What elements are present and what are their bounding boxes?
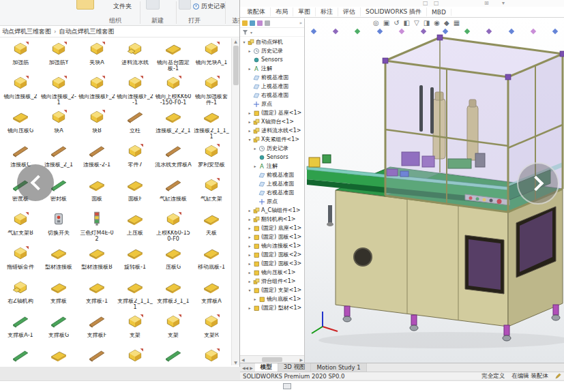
scroll-down-icon[interactable]: ▼ bbox=[234, 359, 237, 365]
tree-item[interactable]: ▸(固定) 基座<1> bbox=[240, 108, 304, 117]
file-item[interactable]: 镜向连接板F_2-1 bbox=[116, 72, 154, 106]
file-item[interactable]: 支撑板F bbox=[78, 311, 116, 345]
file-item[interactable]: 支架 bbox=[116, 311, 154, 345]
zoom-fit-icon[interactable]: ◎ bbox=[373, 19, 379, 27]
expand-arrow-icon[interactable]: ▸ bbox=[248, 270, 252, 275]
file-item[interactable]: 面板 bbox=[78, 175, 116, 209]
hscroll-left-icon[interactable]: ◀ bbox=[241, 357, 245, 362]
edit-appearance-icon[interactable]: ◆ bbox=[444, 19, 449, 27]
window-icon[interactable] bbox=[283, 383, 291, 389]
tree-item[interactable]: Sensors bbox=[240, 55, 304, 64]
file-item[interactable]: 连接件 bbox=[78, 345, 116, 367]
file-item[interactable]: 镜向连接板_2 bbox=[1, 72, 40, 106]
annotation-marker-icon[interactable] bbox=[486, 29, 492, 34]
annotation-marker-icon[interactable] bbox=[376, 29, 382, 34]
file-item[interactable]: 支撑板A bbox=[192, 277, 231, 311]
tree-item[interactable]: ▾自动点焊机 bbox=[240, 37, 304, 46]
file-item[interactable]: 块B bbox=[78, 106, 116, 140]
file-item[interactable]: 移动底板-1 bbox=[192, 243, 231, 277]
tree-item[interactable]: ▸历史记录 bbox=[240, 144, 304, 153]
tree-item[interactable]: 上视基准面 bbox=[240, 179, 304, 188]
file-item[interactable]: 拖链钣金件 bbox=[1, 243, 40, 277]
expand-arrow-icon[interactable]: ▾ bbox=[242, 40, 246, 44]
collapse-ribbon-icon[interactable]: ▾ bbox=[502, 0, 505, 7]
expand-arrow-icon[interactable]: ▸ bbox=[248, 66, 252, 71]
hscroll-thumb[interactable] bbox=[262, 357, 282, 362]
tree-item[interactable]: ▸镜向压板<1> bbox=[240, 268, 304, 277]
view-settings-icon[interactable]: ▦ bbox=[454, 19, 460, 27]
annotation-marker-icon[interactable] bbox=[311, 29, 316, 34]
file-item[interactable]: 镜向光块A_1 bbox=[192, 38, 231, 72]
annotation-marker-icon[interactable] bbox=[530, 29, 535, 34]
new-folder-button[interactable]: 文件夹 bbox=[113, 2, 132, 11]
file-item[interactable]: 气缸连接板 bbox=[154, 175, 192, 209]
file-item[interactable]: 连接板-2-1 bbox=[78, 140, 116, 175]
ribbon-tab[interactable]: 装配体 bbox=[242, 7, 271, 16]
expand-arrow-icon[interactable]: ▸ bbox=[248, 110, 252, 115]
file-item[interactable]: 镜向连接板_2-1 bbox=[40, 72, 78, 106]
ribbon-tab[interactable]: SOLIDWORKS 插件 bbox=[361, 7, 427, 16]
tree-item[interactable]: ▸(固定) 型材<1> bbox=[240, 303, 304, 312]
tree-item[interactable]: 右视基准面 bbox=[240, 91, 304, 100]
file-item[interactable]: 治具固定板 bbox=[1, 345, 40, 367]
file-item[interactable]: 支撑板-1 bbox=[78, 277, 116, 311]
doc-tab-active[interactable]: 模型 bbox=[255, 363, 278, 372]
tree-item[interactable]: ▸A注解 bbox=[240, 64, 304, 73]
tree-item[interactable]: ▸(固定) 面板<1> bbox=[240, 232, 304, 241]
annotation-marker-icon[interactable] bbox=[464, 29, 470, 34]
file-item[interactable]: 夹块A bbox=[78, 38, 116, 72]
tree-item[interactable]: ▸X轴滑台<1> bbox=[240, 117, 304, 126]
prev-button[interactable] bbox=[17, 164, 54, 201]
file-item[interactable]: 型材连接板 bbox=[40, 243, 78, 277]
file-item[interactable]: 镜向加强板套件-1 bbox=[192, 72, 231, 106]
file-item[interactable]: 支撑板G bbox=[40, 311, 78, 345]
tree-item[interactable]: 右视基准面 bbox=[240, 188, 304, 197]
file-item[interactable]: 轴承座 bbox=[192, 345, 231, 367]
file-item[interactable]: 块A bbox=[40, 106, 78, 140]
breadcrumb-current[interactable]: 自动点焊机三维套图 bbox=[59, 27, 115, 36]
file-item[interactable]: 天板 bbox=[192, 209, 231, 243]
expand-arrow-icon[interactable]: ▸ bbox=[248, 226, 252, 230]
tree-item[interactable]: ▾X夹紧组件<1> bbox=[240, 135, 304, 144]
new-item-icon[interactable] bbox=[146, 0, 160, 10]
history-button[interactable]: 历史记录 bbox=[193, 2, 226, 11]
file-item[interactable]: 三色灯M4E-02 bbox=[78, 209, 116, 243]
window-control-icon[interactable]: □ bbox=[434, 0, 439, 7]
tree-item[interactable]: ▸A注解 bbox=[240, 162, 304, 170]
expand-arrow-icon[interactable]: ▸ bbox=[248, 217, 252, 222]
expand-arrow-icon[interactable]: ▸ bbox=[253, 297, 257, 301]
open-icon[interactable] bbox=[179, 0, 191, 10]
tree-item[interactable]: ▸(固定) 面板<3> bbox=[240, 259, 304, 268]
tree-item[interactable]: ▸(固定) 底座<1> bbox=[240, 224, 304, 232]
file-item[interactable]: 连接板_2_2_1 bbox=[154, 106, 192, 140]
tree-item[interactable]: ▸A_C轴组件<1> bbox=[240, 206, 304, 215]
ribbon-tab[interactable]: 布局 bbox=[271, 7, 293, 16]
tab-overflow-icon[interactable]: » bbox=[299, 20, 302, 26]
file-item[interactable]: 支架 bbox=[154, 311, 192, 345]
doc-tab-inactive[interactable]: Motion Study 1 bbox=[311, 363, 366, 372]
tree-item[interactable]: 原点 bbox=[240, 100, 304, 108]
file-item[interactable]: 上模KK60-150-F0 bbox=[154, 209, 192, 243]
tree-item[interactable]: 前视基准面 bbox=[240, 73, 304, 82]
doc-tab-nav-icons[interactable]: ◀◀ ▶ bbox=[240, 363, 255, 372]
hscroll-right-icon[interactable]: ▶ bbox=[299, 357, 303, 362]
expand-arrow-icon[interactable]: ▸ bbox=[248, 279, 252, 284]
file-item[interactable]: 右Z轴机构 bbox=[1, 277, 40, 311]
previous-view-icon[interactable]: ↺ bbox=[394, 19, 399, 27]
scroll-up-icon[interactable]: ▲ bbox=[234, 38, 237, 44]
ribbon-tab[interactable]: MBD bbox=[427, 9, 451, 16]
file-item[interactable]: 气缸支架 bbox=[192, 175, 231, 209]
tree-item[interactable]: ▸进料流水线<1> bbox=[240, 126, 304, 135]
window-control-icon[interactable]: ⊞ bbox=[484, 0, 489, 7]
scrollbar-thumb[interactable] bbox=[233, 46, 239, 85]
ribbon-tab[interactable]: 草图 bbox=[293, 7, 316, 16]
expand-arrow-icon[interactable]: ▸ bbox=[248, 243, 252, 248]
tree-item[interactable]: 上视基准面 bbox=[240, 82, 304, 91]
file-item[interactable]: 支撑板3_1_1 bbox=[154, 277, 192, 311]
expand-arrow-icon[interactable]: ▸ bbox=[248, 261, 252, 266]
file-item[interactable]: 面板F bbox=[116, 175, 154, 209]
file-item[interactable]: 旋转板-1 bbox=[116, 243, 154, 277]
file-item[interactable]: 支撑板2_1_1_1 bbox=[116, 277, 154, 311]
expand-arrow-icon[interactable]: ▸ bbox=[248, 119, 252, 124]
file-item[interactable]: 支柱 bbox=[154, 345, 192, 367]
